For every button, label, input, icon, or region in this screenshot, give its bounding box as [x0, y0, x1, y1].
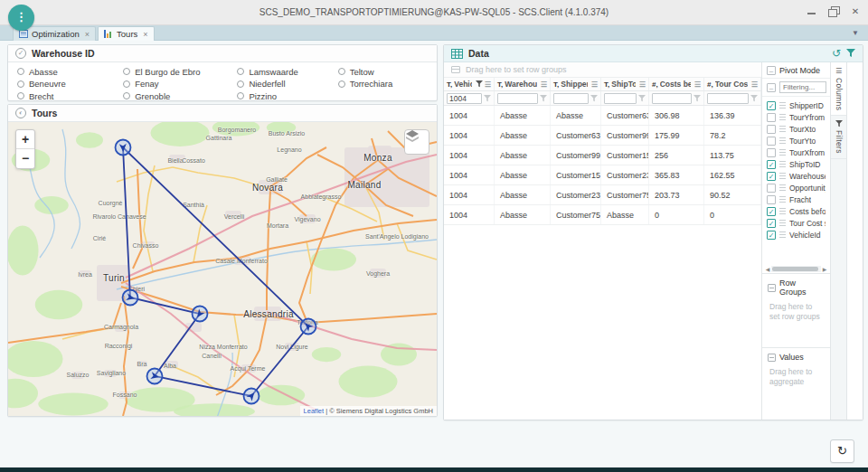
column-header-shiptoid[interactable]: T,ShipToID☰ — [601, 78, 649, 90]
row-group-drop-zone[interactable]: Drag here to set row groups — [444, 62, 761, 78]
drag-grip-icon[interactable] — [779, 196, 786, 203]
column-header-shipperid[interactable]: T,ShipperID☰ — [551, 78, 601, 90]
column-header-costs-before[interactable]: #,Costs before☰ — [649, 78, 704, 90]
drag-grip-icon[interactable] — [779, 173, 786, 179]
field-checkbox[interactable] — [767, 148, 776, 157]
reset-icon[interactable]: ↺ — [832, 48, 841, 59]
field-checkbox[interactable] — [767, 195, 776, 204]
warehouse-radio-pizzino[interactable]: Pizzino — [237, 90, 337, 101]
drag-grip-icon[interactable] — [779, 208, 786, 214]
warehouse-radio-lamswaarde[interactable]: Lamswaarde — [237, 66, 337, 77]
drag-grip-icon[interactable] — [779, 126, 786, 132]
column-field-fracht[interactable]: Fracht — [762, 194, 830, 205]
filter-input-shipperid[interactable] — [553, 93, 589, 104]
column-field-warehouseid[interactable]: ✓WarehouseId — [762, 170, 830, 182]
tour-stop-marker[interactable] — [193, 307, 208, 322]
drag-grip-icon[interactable] — [779, 102, 786, 109]
table-row[interactable]: 1004AbasseCustomer993Customer157256113.7… — [444, 146, 761, 165]
column-field-vehicleid[interactable]: ✓VehicleId — [762, 229, 830, 241]
field-checkbox[interactable]: ✓ — [767, 172, 776, 181]
column-menu-icon[interactable]: ☰ — [694, 80, 701, 89]
tour-stop-marker[interactable] — [301, 319, 316, 335]
filter-icon[interactable] — [846, 49, 855, 58]
warehouse-radio-teltow[interactable]: Teltow — [338, 66, 428, 77]
column-field-tourxto[interactable]: TourXto — [762, 123, 830, 135]
funnel-icon[interactable] — [484, 95, 491, 102]
side-tab-filters[interactable]: Filters — [831, 116, 846, 159]
column-header-warehouseid[interactable]: T,WarehouseId☰ — [495, 78, 551, 90]
map-canvas[interactable]: TurinNovaraMonzaMailandAlessandriaCuorgn… — [8, 122, 437, 416]
column-field-opportunitycosts[interactable]: OpportunityCosts — [762, 182, 830, 194]
filter-input-tour-cost-share[interactable] — [707, 93, 749, 104]
column-field-touryfrom[interactable]: TourYfrom — [762, 111, 830, 123]
row-groups-drop-zone[interactable]: Row Groups Drag here to set row groups — [762, 273, 830, 347]
table-row[interactable]: 1004AbasseCustomer639Customer993175.9978… — [444, 126, 761, 146]
warehouse-radio-el-burgo-de-ebro[interactable]: El Burgo de Ebro — [123, 66, 237, 77]
drag-grip-icon[interactable] — [779, 220, 786, 226]
side-tab-columns[interactable]: ☰ Columns — [831, 62, 846, 116]
field-checkbox[interactable] — [767, 184, 776, 193]
funnel-icon[interactable] — [750, 95, 758, 102]
refresh-button[interactable]: ↻ — [830, 439, 854, 463]
select-all-columns-checkbox[interactable]: – — [767, 83, 776, 92]
filter-input-costs-before[interactable] — [652, 93, 692, 104]
column-header-tour-cost-share[interactable]: #,Tour Cost share☰ — [704, 78, 761, 90]
filter-input-shiptoid[interactable] — [604, 93, 637, 104]
column-field-touryto[interactable]: TourYto — [762, 135, 830, 146]
funnel-icon[interactable] — [693, 95, 701, 102]
column-field-costs-before[interactable]: ✓Costs before — [762, 205, 830, 217]
field-checkbox[interactable]: ✓ — [767, 207, 776, 216]
tour-stop-marker[interactable] — [123, 290, 138, 306]
warehouse-radio-niederfell[interactable]: Niederfell — [237, 79, 337, 90]
zoom-out-button[interactable]: − — [16, 149, 34, 168]
funnel-icon[interactable] — [590, 95, 598, 102]
scrollbar-thumb[interactable] — [772, 267, 818, 271]
tab-tours[interactable]: Tours × — [98, 26, 155, 41]
table-row[interactable]: 1004AbasseCustomer756Abasse00 — [444, 205, 761, 225]
field-checkbox[interactable]: ✓ — [767, 231, 776, 240]
drag-grip-icon[interactable] — [779, 137, 786, 144]
table-row[interactable]: 1004AbasseCustomer236Customer756203.7390… — [444, 185, 761, 205]
drag-grip-icon[interactable] — [779, 184, 786, 191]
column-menu-icon[interactable]: ☰ — [485, 80, 491, 89]
leaflet-link[interactable]: Leaflet — [304, 407, 325, 415]
funnel-icon[interactable] — [638, 95, 646, 102]
scroll-right-icon[interactable]: ▶ — [821, 266, 828, 272]
field-checkbox[interactable]: ✓ — [767, 219, 776, 228]
funnel-icon[interactable] — [540, 95, 547, 102]
tour-stop-marker[interactable] — [147, 369, 163, 384]
scroll-left-icon[interactable]: ◀ — [764, 266, 771, 272]
drag-grip-icon[interactable] — [779, 161, 786, 167]
column-field-shiptoid[interactable]: ✓ShipToID — [762, 158, 830, 170]
filter-input-warehouseid[interactable] — [497, 93, 538, 104]
drag-grip-icon[interactable] — [779, 149, 786, 156]
pivot-mode-checkbox[interactable]: – — [767, 66, 776, 75]
column-menu-icon[interactable]: ☰ — [591, 80, 598, 89]
tab-close-icon[interactable]: × — [143, 30, 147, 39]
funnel-icon[interactable] — [476, 80, 483, 88]
map-layers-button[interactable] — [404, 129, 429, 155]
warehouse-radio-abasse[interactable]: Abasse — [17, 66, 123, 77]
tour-stop-marker[interactable] — [116, 140, 131, 156]
warehouse-radio-fenay[interactable]: Fenay — [123, 79, 237, 90]
warehouse-radio-grenoble[interactable]: Grenoble — [123, 90, 237, 101]
close-icon[interactable]: ✕ — [850, 6, 861, 16]
column-menu-icon[interactable]: ☰ — [639, 80, 646, 89]
column-field-shipperid[interactable]: ✓ShipperID — [762, 99, 830, 111]
column-menu-icon[interactable]: ☰ — [751, 80, 758, 89]
tab-overflow-icon[interactable]: ▼ — [852, 29, 859, 37]
minimize-icon[interactable] — [807, 6, 817, 16]
values-drop-zone[interactable]: Values Drag here to aggregate — [762, 347, 830, 411]
column-field-tourxfrom[interactable]: TourXfrom — [762, 146, 830, 158]
drag-grip-icon[interactable] — [779, 114, 786, 120]
column-filter-input[interactable] — [779, 81, 826, 93]
zoom-in-button[interactable]: + — [16, 130, 34, 149]
field-checkbox[interactable]: ✓ — [767, 160, 776, 169]
field-checkbox[interactable] — [767, 113, 776, 122]
warehouse-radio-beneuvre[interactable]: Beneuvre — [17, 79, 123, 90]
side-panel-scrollbar[interactable]: ◀ ▶ — [764, 264, 828, 273]
tab-close-icon[interactable]: × — [85, 30, 90, 39]
field-checkbox[interactable] — [767, 125, 776, 134]
warehouse-radio-brecht[interactable]: Brecht — [17, 90, 123, 101]
column-menu-icon[interactable]: ☰ — [541, 80, 547, 89]
